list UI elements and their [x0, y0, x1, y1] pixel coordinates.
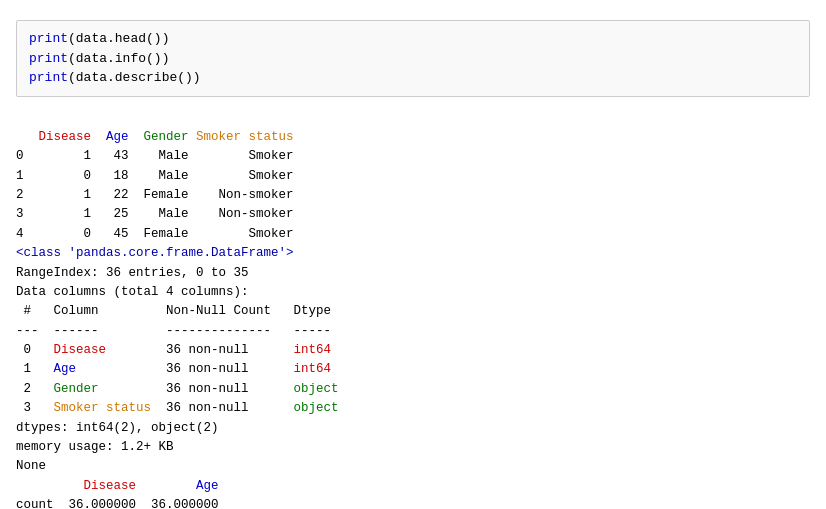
code-block: print(data.head()) print(data.info()) pr… [16, 20, 810, 97]
describe-count: count 36.000000 36.000000 [16, 498, 219, 509]
head-row-4: 4 0 45 Female Smoker [16, 227, 294, 241]
col-row-0: 0 Disease 36 non-null int64 [16, 343, 331, 357]
head-row-3: 3 1 25 Male Non-smoker [16, 207, 294, 221]
memory-line: memory usage: 1.2+ KB [16, 440, 174, 454]
col-row-2: 2 Gender 36 non-null object [16, 382, 339, 396]
head-row-1: 1 0 18 Male Smoker [16, 169, 294, 183]
head-row-0: 0 1 43 Male Smoker [16, 149, 294, 163]
none-line: None [16, 459, 46, 473]
code-line-3: print(data.describe()) [29, 68, 797, 88]
data-columns-line: Data columns (total 4 columns): [16, 285, 249, 299]
col-sep: --- ------ -------------- ----- [16, 324, 331, 338]
col-row-1: 1 Age 36 non-null int64 [16, 362, 331, 376]
dtypes-line: dtypes: int64(2), object(2) [16, 421, 219, 435]
code-line-1: print(data.head()) [29, 29, 797, 49]
col-row-3: 3 Smoker status 36 non-null object [16, 401, 339, 415]
class-line: <class 'pandas.core.frame.DataFrame'> [16, 246, 294, 260]
code-line-2: print(data.info()) [29, 49, 797, 69]
range-line: RangeIndex: 36 entries, 0 to 35 [16, 266, 249, 280]
head-row-2: 2 1 22 Female Non-smoker [16, 188, 294, 202]
head-header: Disease Age Gender Smoker status [16, 130, 294, 144]
describe-header: Disease Age [16, 479, 219, 493]
output-block: Disease Age Gender Smoker status 0 1 43 … [16, 109, 810, 510]
col-header: # Column Non-Null Count Dtype [16, 304, 331, 318]
